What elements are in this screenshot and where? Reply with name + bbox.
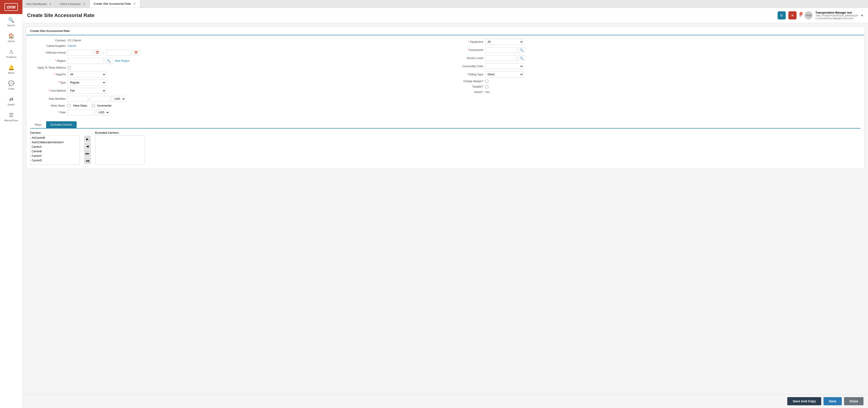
content-area: Create Site Accessorial Rate Contract: C… <box>23 23 868 394</box>
sidebar-item-chats[interactable]: 💬 Chats <box>0 78 22 93</box>
form-left-col: Contract: CC-ClientA Carrier/Supplier: C… <box>30 39 443 118</box>
excluded-carriers-listbox[interactable] <box>95 135 145 165</box>
type-select[interactable]: Regular Fuel Surcharge Other <box>68 80 106 86</box>
accessorial-input[interactable] <box>485 47 517 53</box>
contract-label: Contract: <box>30 39 66 42</box>
steps-tab-button[interactable]: Steps <box>30 121 46 128</box>
sidebar-item-alerts[interactable]: 🔔 Alerts <box>0 62 22 78</box>
tab-close-client-contracts[interactable]: ✕ <box>83 2 86 6</box>
user-dropdown-arrow[interactable]: ▼ <box>861 14 864 17</box>
region-search-button[interactable]: 🔍 <box>105 58 112 64</box>
rate-min-input[interactable] <box>68 96 88 102</box>
sidebar-label-home: Home <box>8 40 14 42</box>
sidebar-item-problems[interactable]: ⚠ Problems <box>0 46 22 62</box>
cost-method-select[interactable]: Flat Per Unit Percentage <box>68 88 106 94</box>
search-icon: 🔍 <box>8 17 14 23</box>
tab-client-contracts[interactable]: Client Contracts ✕ <box>56 0 90 7</box>
user-name: Transportation Manager test <box>815 11 858 14</box>
tab-close-create-site-accessorial-rate[interactable]: ✕ <box>133 2 136 5</box>
effective-period-end-calendar[interactable]: 📅 <box>132 50 140 56</box>
list-item[interactable]: CarrierD <box>30 158 80 163</box>
close-button[interactable]: Close <box>844 397 864 405</box>
cost-method-row: Cost Method: Flat Per Unit Percentage <box>30 88 443 94</box>
sidebar-label-switch: Switch <box>7 103 15 106</box>
form-card-header: Create Site Accessorial Rate <box>26 27 864 35</box>
list-item[interactable]: CarrierA <box>30 145 80 149</box>
tab-neo-dashboard[interactable]: Neo Dashboard ✕ <box>23 0 56 7</box>
contract-value: CC-ClientA <box>68 39 81 42</box>
move-all-left-button[interactable]: ◀◀ <box>84 157 91 164</box>
menu-button[interactable]: ≡ ★ <box>799 13 802 18</box>
sidebar-item-menus[interactable]: ☰ Menus/Favs <box>0 109 22 125</box>
rating-type-select[interactable]: Direct Indirect Both <box>485 71 524 78</box>
incremental-checkbox[interactable] <box>92 104 95 107</box>
service-level-search-button[interactable]: 🔍 <box>518 55 525 61</box>
active-value: Yes <box>485 90 490 94</box>
sidebar-item-switch[interactable]: ⇄ Switch <box>0 93 22 109</box>
commodity-code-label: Commodity Code: <box>447 65 484 68</box>
carriers-section: Carriers: AirCarrierB AutoCollaborationV… <box>30 131 861 165</box>
rate-input[interactable] <box>68 110 95 115</box>
list-item[interactable]: CarrierC <box>30 154 80 158</box>
list-item[interactable]: AirCarrierB <box>30 136 80 140</box>
rate-label: Rate: <box>30 111 66 114</box>
excluded-carriers-label: Excluded Carriers: <box>95 131 145 135</box>
main-area: Neo Dashboard ✕ Client Contracts ✕ Creat… <box>23 0 868 408</box>
taxable-checkbox[interactable] <box>485 85 488 88</box>
tab-close-neo-dashboard[interactable]: ✕ <box>49 2 52 6</box>
allow-steps-label: Allow Steps : <box>30 104 66 107</box>
user-role: TMS.TRANSPORTATION_MANAGER <box>815 14 858 17</box>
tabs-section: Steps Excluded Carriers Carriers: AirCar… <box>26 121 864 168</box>
problems-icon: ⚠ <box>9 49 13 55</box>
move-all-right-button[interactable]: ▶▶ <box>84 150 91 156</box>
move-left-button[interactable]: ◀ <box>84 143 91 149</box>
user-info: Transportation Manager test TMS.TRANSPOR… <box>815 11 858 20</box>
allow-steps-checkbox[interactable] <box>68 104 71 107</box>
form-card: Create Site Accessorial Rate Contract: C… <box>26 27 864 169</box>
apply-to-label: ApplyTo: <box>30 73 66 76</box>
list-item[interactable]: CarrierB <box>30 149 80 154</box>
charge-always-checkbox[interactable] <box>485 80 488 83</box>
equipment-select[interactable]: All Truck Rail Air <box>485 39 524 45</box>
accessorial-search-button[interactable]: 🔍 <box>518 47 525 53</box>
rate-currency-select[interactable]: USD CAD EUR <box>112 96 125 102</box>
close-page-button[interactable]: ✕ <box>788 11 797 20</box>
chats-icon: 💬 <box>8 81 14 86</box>
region-input[interactable] <box>68 58 104 64</box>
rate-usd-select[interactable]: USD CAD EUR <box>96 110 110 115</box>
logo-text: one <box>4 3 18 11</box>
refresh-button[interactable]: ↻ <box>778 11 786 20</box>
carrier-link[interactable]: ClientA <box>68 45 76 48</box>
move-right-button[interactable]: ▶ <box>84 136 91 142</box>
sidebar-item-search[interactable]: 🔍 Search <box>0 14 22 30</box>
tab-create-site-accessorial-rate[interactable]: Create Site Accessorial Rate ✕ <box>90 0 140 8</box>
incremental-text: Incremental <box>97 104 112 107</box>
rate-row: Rate: USD CAD EUR <box>30 110 443 115</box>
effective-period-end[interactable] <box>106 50 131 56</box>
allow-steps-row: Allow Steps : Allow Steps Incremental <box>30 104 443 107</box>
apply-to-select[interactable]: All Ship From Ship To <box>68 71 106 78</box>
save-button[interactable]: Save <box>824 397 842 405</box>
page-title: Create Site Accessorial Rate <box>27 12 94 18</box>
app-logo: one <box>0 0 22 14</box>
apply-temp-label: Apply To Temp Address: <box>30 66 66 69</box>
rate-max-input[interactable] <box>91 96 111 102</box>
apply-temp-checkbox[interactable] <box>68 66 71 69</box>
carriers-listbox[interactable]: AirCarrierB AutoCollaborationVendorA Car… <box>30 135 80 165</box>
avatar-text: Prof <box>806 14 811 17</box>
list-item[interactable]: AutoCollaborationVendorA <box>30 140 80 145</box>
service-level-input[interactable] <box>485 55 517 61</box>
switch-icon: ⇄ <box>9 96 13 102</box>
save-and-copy-button[interactable]: Save And Copy <box>787 397 821 405</box>
sidebar-item-home[interactable]: 🏠 Home <box>0 30 22 46</box>
effective-period-start-calendar[interactable]: 📅 <box>94 50 101 56</box>
excluded-carriers-tab-button[interactable]: Excluded Carriers <box>46 121 76 128</box>
sidebar-label-menus: Menus/Favs <box>4 119 18 122</box>
region-label: Region: <box>30 59 66 62</box>
rating-type-label: Rating Type: <box>447 73 484 76</box>
effective-period-start[interactable] <box>68 50 92 56</box>
new-region-link[interactable]: New Region <box>115 59 129 62</box>
commodity-code-select[interactable] <box>485 63 524 69</box>
region-row: Region: 🔍 New Region <box>30 58 443 64</box>
home-icon: 🏠 <box>8 33 14 39</box>
